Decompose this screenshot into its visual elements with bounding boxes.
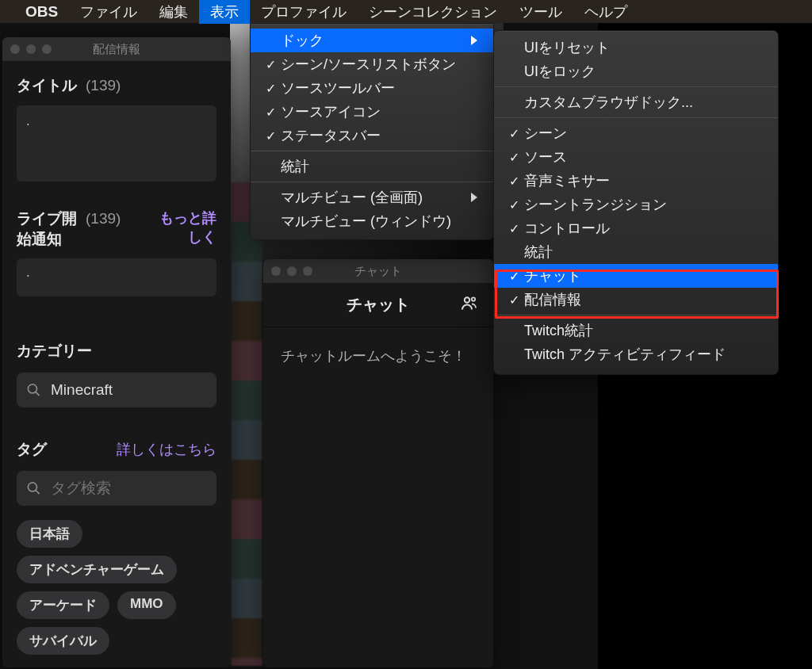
golive-value: .	[26, 265, 30, 280]
submenu-audio-mixer[interactable]: ✓音声ミキサー	[494, 169, 778, 193]
tag-chip[interactable]: サバイバル	[17, 627, 109, 655]
app-name[interactable]: OBS	[25, 3, 58, 21]
svg-point-5	[472, 297, 475, 300]
tag-label: タグ	[17, 439, 47, 460]
submenu-scene[interactable]: ✓シーン	[494, 121, 778, 145]
tag-chip-list: 日本語 アドベンチャーゲーム アーケード MMO サバイバル	[17, 520, 216, 655]
tag-chip[interactable]: アドベンチャーゲーム	[17, 556, 177, 583]
tag-chip[interactable]: 日本語	[17, 520, 82, 548]
tag-chip[interactable]: アーケード	[17, 591, 109, 619]
menu-item-source-icons[interactable]: ✓ソースアイコン	[251, 100, 493, 124]
chat-header: チャット	[263, 283, 493, 327]
title-label: タイトル	[17, 75, 77, 96]
chat-titlebar[interactable]: チャット	[263, 259, 493, 283]
category-search[interactable]	[17, 373, 216, 407]
title-textarea[interactable]: .	[17, 105, 216, 182]
chevron-right-icon	[471, 193, 477, 202]
stream-info-title: 配信情報	[2, 42, 231, 57]
chevron-right-icon	[471, 36, 477, 45]
svg-point-4	[465, 297, 469, 302]
menu-item-multiview-window[interactable]: マルチビュー (ウィンドウ)	[251, 209, 493, 233]
submenu-chat[interactable]: ✓チャット	[494, 264, 778, 288]
menu-item-dock[interactable]: ドック	[251, 29, 493, 52]
search-icon	[26, 381, 41, 399]
tag-search[interactable]	[17, 471, 216, 506]
menu-item-status-bar[interactable]: ✓ステータスバー	[251, 124, 493, 147]
menu-item-stats[interactable]: 統計	[251, 155, 493, 178]
view-menu-dropdown: ドック ✓シーン/ソースリストボタン ✓ソースツールバー ✓ソースアイコン ✓ス…	[250, 23, 494, 240]
menu-item-scene-source-buttons[interactable]: ✓シーン/ソースリストボタン	[251, 52, 493, 76]
dock-submenu: UIをリセット UIをロック カスタムブラウザドック... ✓シーン ✓ソース …	[493, 30, 779, 375]
submenu-stream-info[interactable]: ✓配信情報	[494, 288, 778, 312]
category-input[interactable]	[51, 381, 207, 399]
svg-line-3	[36, 491, 40, 495]
tag-input[interactable]	[51, 480, 207, 497]
more-details-link[interactable]: もっと詳 しく	[159, 208, 216, 247]
stream-info-titlebar[interactable]: 配信情報	[2, 37, 231, 61]
menu-separator	[251, 182, 493, 182]
golive-textarea[interactable]: .	[17, 258, 216, 296]
submenu-scene-transition[interactable]: ✓シーントランジション	[494, 193, 778, 216]
svg-point-2	[28, 483, 36, 491]
users-icon[interactable]	[460, 293, 479, 316]
menu-item-multiview-full[interactable]: マルチビュー (全画面)	[251, 185, 493, 209]
title-count: (139)	[86, 77, 121, 94]
menu-separator	[494, 315, 778, 315]
stream-info-dock: 配信情報 タイトル (139) . ライブ開 (139) 始通知 もっと詳 しく…	[2, 37, 231, 667]
chat-body: チャットルームへようこそ！	[263, 327, 493, 385]
menu-item-source-toolbar[interactable]: ✓ソースツールバー	[251, 76, 493, 100]
submenu-source[interactable]: ✓ソース	[494, 145, 778, 169]
macos-menubar: OBS ファイル 編集 表示 プロファイル シーンコレクション ツール ヘルプ	[0, 0, 812, 23]
menu-help[interactable]: ヘルプ	[573, 0, 638, 24]
submenu-lock-ui[interactable]: UIをロック	[494, 59, 778, 83]
menu-file[interactable]: ファイル	[69, 0, 148, 24]
menu-separator	[494, 86, 778, 87]
tag-chip[interactable]: MMO	[117, 591, 176, 619]
menu-view[interactable]: 表示	[199, 0, 250, 24]
chat-window-title: チャット	[263, 264, 493, 279]
svg-point-0	[28, 384, 36, 393]
submenu-custom-browser-dock[interactable]: カスタムブラウザドック...	[494, 90, 778, 114]
chat-header-title: チャット	[347, 294, 410, 315]
svg-line-1	[36, 392, 40, 396]
menu-scene-collection[interactable]: シーンコレクション	[358, 0, 508, 24]
tag-learn-more-link[interactable]: 詳しくはこちら	[117, 440, 216, 459]
golive-label-line1: ライブ開	[17, 208, 77, 229]
golive-label-line2: 始通知	[17, 229, 62, 250]
search-icon	[26, 480, 41, 497]
category-label: カテゴリー	[17, 341, 216, 361]
chat-dock: チャット チャット チャットルームへようこそ！	[263, 259, 493, 667]
submenu-reset-ui[interactable]: UIをリセット	[494, 36, 778, 59]
title-value: .	[26, 113, 30, 128]
menu-separator	[494, 117, 778, 118]
menu-tools[interactable]: ツール	[508, 0, 573, 24]
submenu-twitch-stats[interactable]: Twitch統計	[494, 319, 778, 342]
submenu-twitch-activity[interactable]: Twitch アクティビティフィード	[494, 342, 778, 366]
chat-welcome-text: チャットルームへようこそ！	[281, 348, 466, 364]
menu-profile[interactable]: プロファイル	[250, 0, 358, 24]
submenu-controls[interactable]: ✓コントロール	[494, 216, 778, 240]
submenu-stats[interactable]: 統計	[494, 240, 778, 264]
thumbnail-strip	[231, 182, 262, 666]
golive-count: (139)	[86, 210, 121, 227]
menu-edit[interactable]: 編集	[148, 0, 199, 24]
menu-separator	[251, 151, 493, 151]
